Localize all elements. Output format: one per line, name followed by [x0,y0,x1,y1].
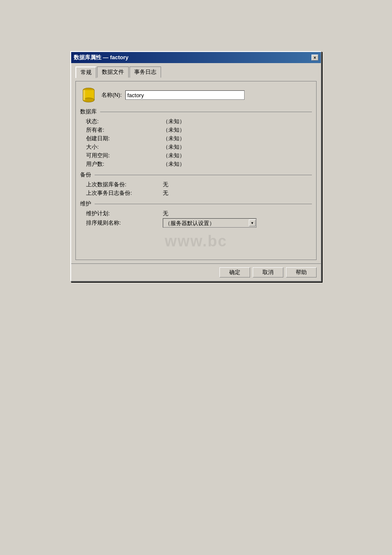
backup-log-row: 上次事务日志备份: 无 [80,189,312,197]
tab-bar: 常规 数据文件 事务日志 [75,66,317,78]
backup-log-label: 上次事务日志备份: [86,189,163,197]
backup-db-label: 上次数据库备份: [86,181,163,188]
dialog-content: 常规 数据文件 事务日志 名称(N): [71,63,321,263]
section-maintenance-line [95,204,312,204]
backup-db-value: 无 [163,181,168,188]
section-maintenance-title: 维护 [80,200,93,208]
section-database-header: 数据库 [80,108,312,116]
db-status-row: 状态: （未知） [80,117,312,126]
backup-db-row: 上次数据库备份: 无 [80,180,312,189]
help-button[interactable]: 帮助 [286,267,317,278]
section-database-line [100,112,312,112]
db-space-value: （未知） [163,152,185,159]
db-size-value: （未知） [163,143,185,151]
section-backup-header: 备份 [80,171,312,179]
db-status-label: 状态: [86,118,163,125]
name-label: 名称(N): [101,91,122,99]
db-users-label: 用户数: [86,160,163,168]
db-size-row: 大小: （未知） [80,143,312,151]
db-users-value: （未知） [163,160,185,168]
db-size-label: 大小: [86,143,163,151]
section-backup-line [95,175,312,175]
button-row: 确定 取消 帮助 [71,263,321,281]
cancel-button[interactable]: 取消 [253,267,283,278]
backup-log-value: 无 [163,189,168,197]
close-button[interactable]: × [311,55,318,61]
dialog-title: 数据库属性 — factory [74,54,129,61]
ok-button[interactable]: 确定 [219,267,250,278]
tab-general[interactable]: 常规 [75,66,96,78]
collation-row: 排序规则名称: （服务器默认设置） ▼ [80,218,312,228]
section-maintenance: 维护 维护计划: 无 排序规则名称: （服务器默认设置） ▼ [80,200,312,228]
tab-content: 名称(N): 数据库 状态: （未知） 所有者: （未知） 创建日期: [75,81,317,260]
title-bar: 数据库属性 — factory × [71,52,321,63]
watermark: www.bc [80,232,312,250]
db-owner-value: （未知） [163,126,185,134]
db-space-row: 可用空间: （未知） [80,151,312,160]
db-created-value: （未知） [163,135,185,142]
collation-select[interactable]: （服务器默认设置） [163,218,257,228]
maintenance-plan-label: 维护计划: [86,210,163,217]
svg-rect-3 [83,90,85,100]
section-maintenance-header: 维护 [80,200,312,208]
collation-label: 排序规则名称: [86,219,163,227]
tab-datafiles[interactable]: 数据文件 [97,66,129,78]
section-database-title: 数据库 [80,108,98,116]
db-owner-row: 所有者: （未知） [80,126,312,134]
db-users-row: 用户数: （未知） [80,160,312,168]
maintenance-plan-value: 无 [163,210,168,217]
section-backup: 备份 上次数据库备份: 无 上次事务日志备份: 无 [80,171,312,197]
tab-translog[interactable]: 事务日志 [130,66,161,78]
database-icon [80,87,97,104]
db-status-value: （未知） [163,118,185,125]
section-database: 数据库 状态: （未知） 所有者: （未知） 创建日期: （未知） 大小: [80,108,312,168]
db-created-row: 创建日期: （未知） [80,134,312,143]
dialog-window: 数据库属性 — factory × 常规 数据文件 事务日志 [70,51,322,282]
db-created-label: 创建日期: [86,135,163,142]
collation-select-wrapper: （服务器默认设置） ▼ [163,218,257,228]
name-input[interactable] [125,90,245,100]
maintenance-plan-row: 维护计划: 无 [80,209,312,218]
db-owner-label: 所有者: [86,126,163,134]
db-space-label: 可用空间: [86,152,163,159]
section-backup-title: 备份 [80,171,93,179]
name-row: 名称(N): [80,87,312,104]
